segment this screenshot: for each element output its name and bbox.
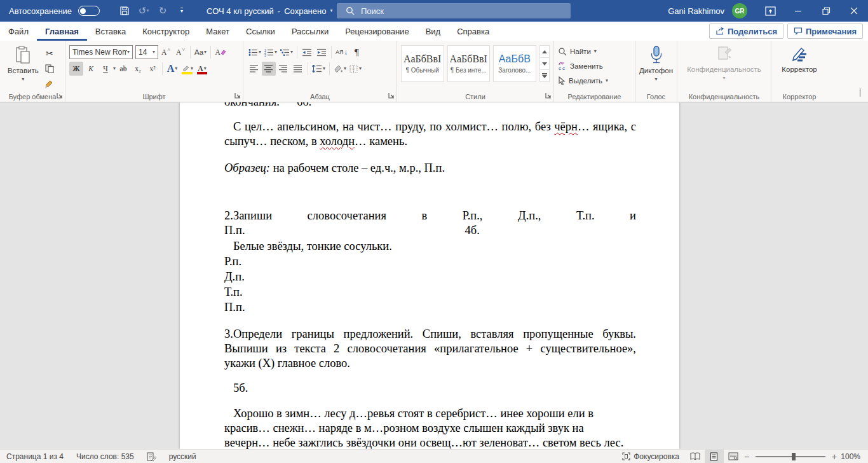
ribbon-display-options-icon[interactable]: [756, 0, 784, 22]
comments-button[interactable]: Примечания: [787, 24, 863, 39]
autosave-toggle[interactable]: [78, 6, 100, 16]
tab-insert[interactable]: Вставка: [87, 22, 134, 41]
underline-button[interactable]: Ч: [98, 62, 112, 76]
increase-indent-icon[interactable]: [315, 45, 329, 59]
clear-formatting-icon[interactable]: А: [214, 45, 227, 59]
justify-icon[interactable]: [291, 62, 305, 76]
shrink-font-icon[interactable]: А˅: [173, 45, 187, 59]
print-layout-icon[interactable]: [705, 450, 724, 463]
multilevel-list-icon[interactable]: ▾: [279, 45, 294, 59]
word-count[interactable]: Число слов: 535: [70, 450, 140, 463]
subscript-button[interactable]: x₂: [131, 62, 145, 76]
line-spacing-icon[interactable]: ▾: [311, 62, 327, 76]
zoom-out-icon[interactable]: −: [743, 452, 750, 462]
doc-line: Д.п.: [224, 270, 636, 284]
privacy-button[interactable]: Конфиденциальность ▾: [681, 44, 767, 90]
user-name[interactable]: Gani Rakhimov: [668, 6, 724, 16]
paste-button[interactable]: Вставить ▾: [4, 44, 43, 90]
styles-gallery-more-icon[interactable]: [540, 70, 549, 81]
select-button[interactable]: Выделить ▾: [558, 73, 631, 88]
zoom-in-icon[interactable]: +: [831, 452, 838, 462]
language-indicator[interactable]: русский: [163, 450, 203, 463]
styles-scroll-down-icon[interactable]: [540, 58, 549, 70]
text-effects-icon[interactable]: А▾: [165, 62, 179, 76]
tab-review[interactable]: Рецензирование: [337, 22, 417, 41]
focus-mode-button[interactable]: Фокусировка: [616, 450, 686, 463]
copy-icon[interactable]: [43, 62, 57, 76]
dictate-caret-icon: ▾: [654, 77, 657, 82]
italic-button[interactable]: K: [84, 62, 98, 76]
zoom-level[interactable]: 100%: [838, 450, 864, 463]
strikethrough-button[interactable]: ab: [116, 62, 130, 76]
quick-access-toolbar: ↺▾ ↻ ▾: [116, 3, 190, 18]
tab-references[interactable]: Ссылки: [238, 22, 283, 41]
numbering-icon[interactable]: 123 ▾: [263, 45, 278, 59]
editor-pen-icon: [790, 46, 809, 64]
read-mode-icon[interactable]: [686, 450, 705, 463]
undo-icon[interactable]: ↺▾: [135, 3, 152, 18]
tab-help[interactable]: Справка: [449, 22, 498, 41]
replace-button[interactable]: cc Заменить: [558, 59, 631, 73]
font-dialog-launcher-icon[interactable]: [234, 92, 241, 100]
doc-line: П.п.4б.: [224, 223, 636, 238]
minimize-button[interactable]: [784, 0, 812, 22]
document-page[interactable]: окончания.6б.С цел… апельсином, на чист……: [180, 102, 679, 449]
superscript-button[interactable]: x²: [146, 62, 159, 76]
align-right-icon[interactable]: [276, 62, 290, 76]
zoom-slider-thumb[interactable]: [792, 453, 796, 460]
clipboard-dialog-launcher-icon[interactable]: [57, 92, 63, 100]
search-input[interactable]: Поиск: [337, 3, 571, 18]
tab-layout[interactable]: Макет: [198, 22, 238, 41]
share-button[interactable]: Поделиться: [709, 24, 783, 39]
customize-qat-icon[interactable]: ▾: [173, 3, 190, 18]
redo-icon[interactable]: ↻: [154, 3, 171, 18]
microphone-icon: [649, 46, 663, 65]
font-family-select[interactable]: Times New Rom▾: [69, 45, 133, 59]
svg-text:c: c: [562, 66, 565, 71]
style-no-spacing[interactable]: АаБбВвІ ¶ Без инте...: [447, 45, 491, 82]
editor-button[interactable]: Корректор: [775, 44, 824, 90]
doc-line: С цел… апельсином, на чист… пруду, по хо…: [224, 120, 636, 134]
page-indicator[interactable]: Страница 1 из 4: [0, 450, 70, 463]
align-left-icon[interactable]: [247, 62, 261, 76]
doc-line: Образец: на рабочем столе – ед.ч., м.р.,…: [224, 161, 636, 176]
zoom-slider[interactable]: [756, 456, 825, 457]
grow-font-icon[interactable]: А˄: [159, 45, 173, 59]
styles-dialog-launcher-icon[interactable]: [545, 92, 552, 100]
proofing-icon[interactable]: [140, 450, 163, 463]
show-marks-icon[interactable]: ¶: [349, 45, 363, 59]
paragraph-dialog-launcher-icon[interactable]: [388, 92, 395, 100]
format-painter-icon[interactable]: [43, 77, 57, 91]
underline-caret-icon[interactable]: ▾: [113, 66, 116, 71]
collapse-ribbon-icon[interactable]: [860, 89, 860, 97]
shading-icon[interactable]: ▾: [332, 62, 348, 76]
dictate-button[interactable]: Диктофон ▾: [639, 44, 673, 90]
document-title[interactable]: СОЧ 4 кл русский - Сохранено ▾: [207, 6, 332, 16]
tab-space: [245, 233, 465, 234]
font-size-select[interactable]: 14▾: [135, 45, 158, 59]
change-case-icon[interactable]: Aa▾: [193, 45, 208, 59]
tab-file[interactable]: Файл: [0, 22, 37, 41]
font-color-icon[interactable]: А▾: [195, 62, 209, 76]
find-button[interactable]: Найти ▾: [558, 44, 631, 59]
style-heading1[interactable]: АаБбВ Заголово...: [493, 45, 536, 82]
tab-view[interactable]: Вид: [417, 22, 449, 41]
borders-icon[interactable]: ▾: [348, 62, 363, 76]
decrease-indent-icon[interactable]: [300, 45, 314, 59]
restore-button[interactable]: [812, 0, 840, 22]
web-layout-icon[interactable]: [724, 450, 743, 463]
cut-icon[interactable]: ✂: [43, 46, 57, 60]
highlight-color-icon[interactable]: ▾: [180, 62, 194, 76]
align-center-icon[interactable]: [262, 62, 276, 76]
tab-design[interactable]: Конструктор: [134, 22, 198, 41]
avatar[interactable]: GR: [732, 3, 747, 18]
style-normal[interactable]: АаБбВвІ ¶ Обычный: [401, 45, 444, 82]
close-button[interactable]: [840, 0, 868, 22]
styles-scroll-up-icon[interactable]: [540, 46, 549, 58]
bold-button[interactable]: Ж: [69, 62, 83, 76]
save-icon[interactable]: [116, 3, 133, 18]
bullets-icon[interactable]: ▾: [247, 45, 262, 59]
tab-mailings[interactable]: Рассылки: [283, 22, 337, 41]
sort-icon[interactable]: АЯ↓: [334, 45, 349, 59]
tab-home[interactable]: Главная: [37, 22, 87, 41]
